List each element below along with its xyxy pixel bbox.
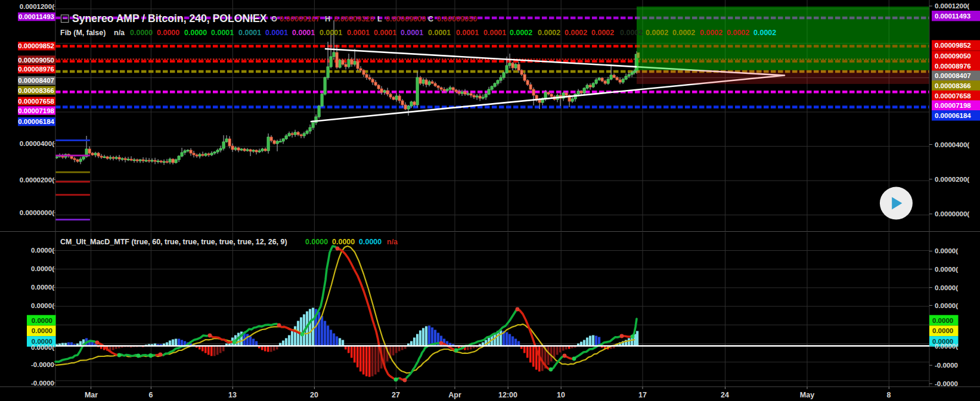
svg-text:0.0001: 0.0001 bbox=[483, 29, 506, 37]
svg-text:0.00008366: 0.00008366 bbox=[18, 87, 54, 94]
svg-text:0.00008407: 0.00008407 bbox=[935, 72, 971, 79]
svg-text:0.0000: 0.0000 bbox=[305, 238, 328, 246]
svg-text:13: 13 bbox=[228, 391, 237, 399]
svg-text:Mar: Mar bbox=[85, 391, 98, 399]
svg-text:0.0000: 0.0000 bbox=[932, 317, 953, 324]
svg-text:0.00008407: 0.00008407 bbox=[18, 77, 54, 84]
svg-text:0.0000(: 0.0000( bbox=[935, 247, 958, 254]
svg-text:8: 8 bbox=[887, 391, 891, 399]
svg-text:Fib (M, false): Fib (M, false) bbox=[60, 29, 106, 37]
svg-text:-0.0000: -0.0000 bbox=[31, 380, 54, 387]
svg-text:0.00009852: 0.00009852 bbox=[935, 42, 971, 49]
svg-text:0.00008976: 0.00008976 bbox=[935, 63, 971, 70]
svg-text:0.0000(: 0.0000( bbox=[31, 344, 54, 351]
svg-text:0.0001: 0.0001 bbox=[374, 29, 396, 37]
svg-text:17: 17 bbox=[638, 391, 647, 399]
svg-text:0.0000: 0.0000 bbox=[130, 29, 153, 37]
svg-text:0.0000: 0.0000 bbox=[184, 29, 207, 37]
svg-text:0.0000200(: 0.0000200( bbox=[935, 176, 969, 183]
svg-text:0.0000(: 0.0000( bbox=[31, 302, 54, 309]
svg-text:0.0001: 0.0001 bbox=[428, 29, 451, 37]
svg-text:CM_Ult_MacD_MTF (true, 60, tru: CM_Ult_MacD_MTF (true, 60, true, true, t… bbox=[60, 238, 287, 246]
svg-text:0.0000: 0.0000 bbox=[359, 238, 382, 246]
svg-text:0.0002: 0.0002 bbox=[620, 29, 643, 37]
svg-text:n/a: n/a bbox=[114, 29, 125, 37]
svg-text:-0.0000: -0.0000 bbox=[935, 380, 958, 387]
svg-text:0.0000000(: 0.0000000( bbox=[935, 210, 969, 217]
svg-text:0.0002: 0.0002 bbox=[700, 29, 722, 37]
svg-text:0.0000(: 0.0000( bbox=[935, 284, 958, 291]
svg-text:0.00009050: 0.00009050 bbox=[437, 14, 477, 23]
svg-text:May: May bbox=[800, 391, 814, 399]
svg-text:Synereo AMP / Bitcoin, 240, PO: Synereo AMP / Bitcoin, 240, POLONIEX bbox=[72, 13, 267, 24]
svg-text:0.0002: 0.0002 bbox=[727, 29, 749, 37]
svg-text:0.0000(: 0.0000( bbox=[935, 302, 958, 309]
svg-text:0.0001200(: 0.0001200( bbox=[20, 3, 54, 10]
svg-text:L: L bbox=[377, 14, 382, 23]
svg-text:0.0001: 0.0001 bbox=[401, 29, 423, 37]
svg-text:0.0002: 0.0002 bbox=[591, 29, 614, 37]
svg-text:0.00009050: 0.00009050 bbox=[18, 57, 54, 64]
svg-text:0.0000: 0.0000 bbox=[32, 317, 52, 324]
svg-text:0.00009050: 0.00009050 bbox=[935, 52, 971, 60]
svg-text:0.00006184: 0.00006184 bbox=[935, 112, 971, 119]
svg-text:0.0000(: 0.0000( bbox=[935, 266, 958, 273]
svg-text:Apr: Apr bbox=[448, 391, 461, 399]
svg-text:0.0001: 0.0001 bbox=[347, 29, 370, 37]
svg-text:0.0001: 0.0001 bbox=[320, 29, 342, 37]
svg-text:0.00007658: 0.00007658 bbox=[935, 92, 971, 100]
svg-text:0.00009852: 0.00009852 bbox=[18, 42, 54, 49]
svg-text:0.0001: 0.0001 bbox=[211, 29, 234, 37]
svg-text:0.00007198: 0.00007198 bbox=[18, 107, 54, 114]
svg-text:0.00011493: 0.00011493 bbox=[935, 13, 970, 20]
svg-text:0.00008976: 0.00008976 bbox=[18, 66, 54, 73]
svg-text:0.0000: 0.0000 bbox=[157, 29, 179, 37]
svg-text:C: C bbox=[428, 14, 433, 23]
svg-text:0.0000400(: 0.0000400( bbox=[20, 140, 54, 147]
svg-text:0.0002: 0.0002 bbox=[646, 29, 668, 37]
svg-text:27: 27 bbox=[392, 391, 400, 399]
svg-text:0.00007198: 0.00007198 bbox=[935, 102, 971, 109]
svg-text:0.0002: 0.0002 bbox=[510, 29, 532, 37]
svg-text:0.00009167: 0.00009167 bbox=[280, 14, 320, 23]
svg-text:10: 10 bbox=[557, 391, 565, 399]
svg-text:0.0002: 0.0002 bbox=[565, 29, 587, 37]
svg-text:0.0000400(: 0.0000400( bbox=[935, 141, 969, 148]
svg-text:0.0002: 0.0002 bbox=[672, 29, 695, 37]
svg-text:0.0002: 0.0002 bbox=[538, 29, 560, 37]
svg-text:H: H bbox=[325, 14, 330, 23]
svg-text:0.0000000(: 0.0000000( bbox=[20, 209, 54, 216]
svg-text:0.0001200(: 0.0001200( bbox=[935, 2, 969, 10]
svg-text:0.0000200(: 0.0000200( bbox=[20, 176, 54, 184]
svg-text:-0.0000: -0.0000 bbox=[935, 362, 958, 369]
svg-text:0.00009320: 0.00009320 bbox=[334, 14, 374, 23]
svg-text:n/a: n/a bbox=[387, 238, 398, 246]
svg-text:12:00: 12:00 bbox=[498, 391, 517, 399]
svg-text:0.0000: 0.0000 bbox=[332, 238, 355, 246]
svg-text:24: 24 bbox=[721, 391, 729, 399]
svg-text:20: 20 bbox=[310, 391, 318, 399]
svg-text:0.00008366: 0.00008366 bbox=[935, 82, 971, 89]
svg-text:0.0000(: 0.0000( bbox=[31, 284, 54, 291]
svg-text:0.0000(: 0.0000( bbox=[31, 247, 54, 254]
svg-text:O: O bbox=[271, 14, 277, 23]
svg-text:0.0001: 0.0001 bbox=[238, 29, 261, 37]
svg-text:0.0001: 0.0001 bbox=[292, 29, 315, 37]
svg-text:0.0000: 0.0000 bbox=[32, 327, 52, 334]
svg-text:0.0001: 0.0001 bbox=[456, 29, 479, 37]
svg-text:0.00009000: 0.00009000 bbox=[386, 14, 426, 23]
svg-text:0.0000(: 0.0000( bbox=[31, 265, 54, 272]
svg-text:0.0002: 0.0002 bbox=[753, 29, 776, 37]
svg-text:0.00006184: 0.00006184 bbox=[18, 118, 54, 125]
svg-text:0.00007658: 0.00007658 bbox=[18, 98, 54, 105]
svg-text:0.00011493: 0.00011493 bbox=[18, 13, 54, 20]
svg-text:-0.0000: -0.0000 bbox=[31, 361, 54, 368]
svg-text:0.0001: 0.0001 bbox=[265, 29, 288, 37]
svg-text:0.0000: 0.0000 bbox=[932, 327, 953, 334]
svg-text:0.0000(: 0.0000( bbox=[935, 343, 958, 350]
svg-text:6: 6 bbox=[149, 391, 153, 399]
